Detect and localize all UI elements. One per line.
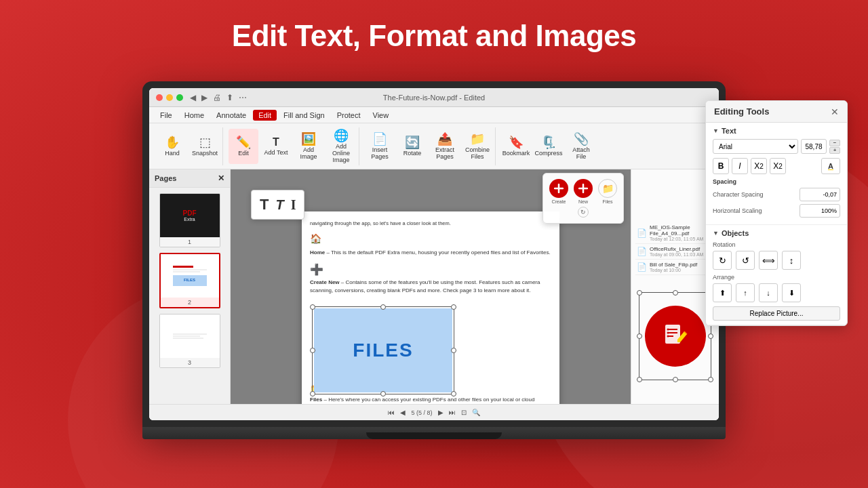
combine-label: Combine Files	[464, 146, 491, 160]
subscript-btn[interactable]: X2	[751, 158, 767, 174]
sel-handle-tr[interactable]	[451, 304, 456, 310]
fit-page-btn[interactable]: ⊡	[461, 409, 467, 416]
text-format-bold[interactable]: T	[260, 196, 269, 214]
files-list-item-0[interactable]: 📄 ME_iOS-Sample File_A4_09...pdf Today a…	[635, 222, 715, 244]
more-icon[interactable]: ⋯	[239, 93, 247, 102]
bold-btn[interactable]: B	[713, 158, 729, 174]
icon-sel-bl[interactable]	[637, 377, 642, 382]
tool-snapshot[interactable]: ⬚ Snapshot	[190, 129, 220, 164]
text-format-italic[interactable]: T	[275, 197, 283, 213]
prev-page-btn[interactable]: ◀	[400, 409, 406, 416]
minimize-button[interactable]	[166, 94, 173, 101]
pdf-area[interactable]: T T I navigating through the app, so let…	[231, 169, 719, 404]
rotate-ccw-btn[interactable]: ↺	[736, 251, 755, 270]
icon-sel-br[interactable]	[708, 377, 713, 382]
font-size-up[interactable]: −	[829, 140, 840, 146]
sel-handle-mr[interactable]	[451, 348, 456, 353]
next-page-btn[interactable]: ▶	[438, 409, 443, 416]
send-backward-btn[interactable]: ↓	[759, 283, 778, 302]
font-size-input[interactable]	[801, 139, 827, 154]
laptop-base	[142, 427, 726, 439]
tool-bookmark[interactable]: 🔖 Bookmark	[501, 129, 531, 164]
editing-tools-close[interactable]: ✕	[831, 107, 839, 117]
italic-btn[interactable]: I	[732, 158, 748, 174]
sel-handle-br[interactable]	[451, 391, 456, 396]
spacing-label: Spacing	[713, 178, 840, 185]
zoom-btn[interactable]: 🔍	[472, 409, 480, 416]
menu-fill-sign[interactable]: Fill and Sign	[278, 110, 330, 121]
pages-close-icon[interactable]: ✕	[218, 174, 224, 183]
sel-handle-bl[interactable]	[310, 391, 315, 396]
sel-handle-ml[interactable]	[310, 348, 315, 353]
snapshot-label: Snapshot	[192, 150, 218, 157]
forward-icon[interactable]: ▶	[201, 93, 208, 102]
superscript-btn[interactable]: X2	[770, 158, 786, 174]
sel-handle-tc[interactable]	[380, 304, 386, 310]
font-size-down[interactable]: +	[829, 147, 840, 154]
prev-page-start-btn[interactable]: ⏮	[388, 409, 395, 416]
back-icon[interactable]: ◀	[190, 93, 196, 102]
flip-v-btn[interactable]: ↕	[782, 251, 801, 270]
menu-file[interactable]: File	[155, 110, 178, 121]
tool-extract[interactable]: 📤 Extract Pages	[430, 129, 460, 164]
flip-h-btn[interactable]: ⟺	[759, 251, 778, 270]
tool-edit[interactable]: ✏️ Edit	[229, 129, 258, 164]
page-thumb-1[interactable]: PDF Extra 1	[159, 193, 220, 247]
files-selection-box[interactable]	[312, 306, 454, 394]
page-thumb-2[interactable]: FILES 2	[159, 253, 220, 308]
tool-add-text[interactable]: T Add Text	[261, 129, 291, 164]
create-btn-new[interactable]: New	[574, 179, 593, 204]
menu-home[interactable]: Home	[179, 110, 210, 121]
send-back-btn[interactable]: ⬇	[782, 283, 801, 302]
bring-forward-btn[interactable]: ↑	[736, 283, 755, 302]
tool-attach[interactable]: 📎 Attach File	[566, 129, 596, 164]
icon-sel-ml[interactable]	[637, 333, 642, 339]
menu-edit[interactable]: Edit	[253, 110, 277, 121]
tool-compress[interactable]: 🗜️ Compress	[534, 129, 564, 164]
icon-sel-tc[interactable]	[673, 290, 678, 296]
next-page-end-btn[interactable]: ⏭	[449, 409, 456, 416]
print-icon[interactable]: 🖨	[213, 93, 221, 102]
tool-add-online-image[interactable]: 🌐 Add Online Image	[326, 129, 356, 164]
objects-section-arrow[interactable]: ▼	[713, 230, 719, 237]
share-icon[interactable]: ⬆	[226, 93, 233, 102]
menu-annotate[interactable]: Annotate	[211, 110, 252, 121]
tool-add-image[interactable]: 🖼️ Add Image	[294, 129, 323, 164]
page-thumb-3[interactable]: 3	[159, 314, 220, 368]
horiz-scaling-input[interactable]	[800, 204, 840, 218]
rotate-cw-btn[interactable]: ↻	[713, 251, 732, 270]
replace-picture-btn[interactable]: Replace Picture...	[713, 306, 840, 321]
page-thumb-img-1: PDF Extra	[160, 194, 220, 237]
text-format-serif[interactable]: I	[291, 197, 296, 213]
et-font-row: Arial − +	[713, 139, 840, 154]
files-list-item-2[interactable]: 📄 Bill of Sale_Filip.pdf Today at 10:00	[635, 260, 715, 275]
create-btn-create[interactable]: Create	[549, 179, 568, 204]
maximize-button[interactable]	[176, 94, 183, 101]
bring-front-btn[interactable]: ⬆	[713, 283, 732, 302]
sel-handle-tl[interactable]	[310, 304, 315, 310]
tool-combine[interactable]: 📁 Combine Files	[462, 129, 492, 164]
icon-sel-mr[interactable]	[708, 333, 713, 339]
icon-sel-bc[interactable]	[673, 377, 678, 382]
text-section-arrow[interactable]: ▼	[713, 127, 719, 134]
close-button[interactable]	[156, 94, 163, 101]
attach-label: Attach File	[568, 146, 595, 160]
menu-view[interactable]: View	[368, 110, 395, 121]
tool-rotate[interactable]: 🔄 Rotate	[397, 129, 427, 164]
tool-hand[interactable]: ✋ Hand	[157, 129, 187, 164]
pages-header: Pages ✕	[149, 169, 230, 188]
files-list-item-1[interactable]: 📄 OfficeRufix_Liner.pdf Today at 09:00, …	[635, 244, 715, 260]
tool-insert-pages[interactable]: 📄 Insert Pages	[365, 129, 395, 164]
menu-protect[interactable]: Protect	[332, 110, 366, 121]
create-btn-files[interactable]: 📁 Files	[598, 179, 617, 204]
file-icon-1: 📄	[637, 247, 647, 256]
text-color-btn[interactable]: A	[821, 158, 840, 174]
icon-sel-tl[interactable]	[637, 290, 642, 296]
refresh-icon[interactable]: ↻	[578, 207, 589, 218]
create-new-popup: Create New 📁	[542, 173, 624, 224]
page-num-1: 1	[160, 237, 220, 247]
sel-handle-bc[interactable]	[380, 391, 386, 396]
font-select[interactable]: Arial	[713, 139, 798, 154]
file-name-2: Bill of Sale_Filip.pdf	[650, 262, 697, 268]
char-spacing-input[interactable]	[800, 188, 840, 201]
